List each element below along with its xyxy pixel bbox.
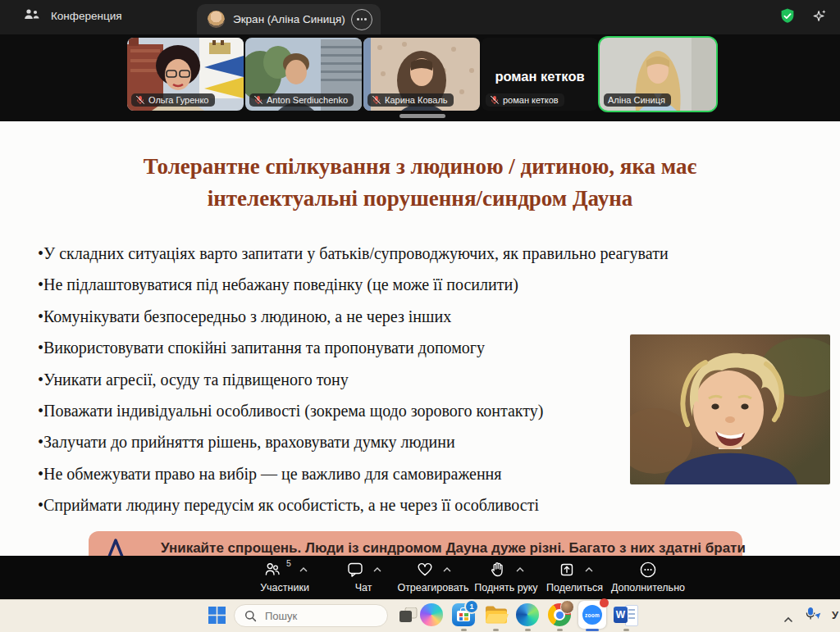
chat-button[interactable]: Чат [335,560,392,593]
taskbar-search[interactable] [234,604,388,627]
chat-icon [345,560,365,580]
participant-tile-alina[interactable]: Аліна Синиця [600,38,716,111]
running-indicator [493,629,499,631]
participant-name: Карина Коваль [385,95,448,105]
muted-mic-icon [253,95,263,105]
store-app-icon[interactable]: 1 [452,603,477,628]
participant-name: Anton Serdiuchenko [267,95,348,105]
note-logo-icon [107,539,125,556]
share-screen-button[interactable]: Поделиться [540,560,609,593]
note-text: Уникайте спрощень. Люди із синдромом Дау… [161,540,733,556]
more-ellipsis-icon [638,560,658,580]
camera-off-name: роман кетков [482,69,598,84]
tab-conference-label: Конференция [51,10,122,22]
tray-hidden-icons-button[interactable] [783,612,793,626]
word-app-icon[interactable]: W [614,603,638,628]
running-indicator [557,629,563,631]
chrome-profile-avatar [560,600,574,614]
slide-note-box: Уникайте спрощень. Люди із синдромом Дау… [89,531,742,556]
muted-mic-icon [490,95,500,105]
tab-screen-share[interactable]: Экран (Аліна Синиця) [197,4,381,34]
ai-companion-icon[interactable] [810,7,829,29]
heart-icon [415,560,435,580]
video-thumbnail-strip: Ольга Гуренко [0,34,840,121]
people-icon [23,7,41,25]
chevron-up-icon[interactable] [585,567,593,572]
share-icon [557,560,577,580]
shared-screen-slide: Толерантне спілкування з людиною / дитин… [0,121,840,556]
file-explorer-app-icon[interactable] [484,603,509,628]
word-letter: W [614,607,628,623]
raised-hand-icon [488,560,508,580]
tab-screen-label: Экран (Аліна Синиця) [233,13,345,25]
zoom-logo-text: zoom [585,612,600,618]
running-indicator-active [586,629,599,631]
security-shield-icon[interactable] [778,7,797,29]
task-view-button[interactable] [399,607,418,627]
muted-mic-icon [372,95,381,105]
participant-name-tag: роман кетков [486,93,564,107]
tab-conference[interactable]: Конференция [23,7,122,25]
participant-name: Аліна Синиця [608,95,665,105]
participant-name-tag: Anton Serdiuchenko [249,93,354,107]
boy-photo [630,334,830,484]
react-button[interactable]: Отреагировать [392,560,474,593]
chevron-up-icon[interactable] [373,567,381,572]
running-indicator [623,629,629,631]
task-view-icon [399,607,418,624]
raise-hand-button[interactable]: Поднять руку [469,560,543,593]
strip-drag-handle[interactable] [399,114,445,118]
slide-title: Толерантне спілкування з людиною / дитин… [0,151,840,215]
participant-tile-olha[interactable]: Ольга Гуренко [127,38,244,111]
chevron-up-icon [783,616,793,623]
bullet-item: •Не підлаштовуватися під небажану поведі… [38,269,760,300]
bullet-item: •Сприймати людину передусім як особистіс… [38,489,760,521]
participants-button[interactable]: 5 Участники [244,560,326,593]
muted-mic-icon [135,95,145,105]
running-indicator [461,629,467,631]
chevron-up-icon[interactable] [516,567,524,572]
participants-icon [262,560,283,580]
avatar [208,11,225,28]
running-indicator [525,629,531,631]
start-button[interactable] [208,607,226,627]
tab-more-icon[interactable] [351,9,372,30]
edge-app-icon[interactable] [516,603,541,628]
search-input[interactable] [263,609,365,623]
search-icon [244,610,257,622]
participant-name-tag: Карина Коваль [368,93,454,107]
meeting-toolbar: 5 Участники Чат [0,556,840,599]
chrome-app-icon[interactable] [548,603,573,628]
tray-mic-location-icon[interactable] [804,607,822,626]
participant-name: Ольга Гуренко [148,95,209,105]
zoom-meeting-window: Конференция Экран (Аліна Синиця) [0,0,840,632]
participant-tile-anton[interactable]: Anton Serdiuchenko [245,38,362,111]
chevron-up-icon[interactable] [299,567,308,572]
zoom-app-icon[interactable]: zoom [578,601,606,629]
participants-count-badge: 5 [286,558,291,568]
bullet-item: •Комунікувати безпосередньо з людиною, а… [38,301,760,332]
participant-name-tag: Ольга Гуренко [131,93,215,107]
participant-name: роман кетков [503,95,559,105]
participant-tile-roman[interactable]: роман кетков роман кетков [482,38,598,111]
zoom-notification-dot [600,598,609,607]
copilot-app-icon[interactable] [420,603,445,628]
more-button[interactable]: Дополнительно [605,560,691,593]
window-top-bar: Конференция Экран (Аліна Синиця) [0,0,840,34]
folder-icon [484,603,509,626]
tray-language-indicator[interactable]: У [832,609,838,621]
bullet-item: •У складних ситуаціях варто запитати у б… [38,238,760,269]
chevron-up-icon[interactable] [443,567,451,572]
windows-logo-icon [208,607,226,624]
store-badge: 1 [464,599,479,614]
participant-name-tag: Аліна Синиця [604,93,671,107]
participant-tile-karyna[interactable]: Карина Коваль [363,38,480,111]
